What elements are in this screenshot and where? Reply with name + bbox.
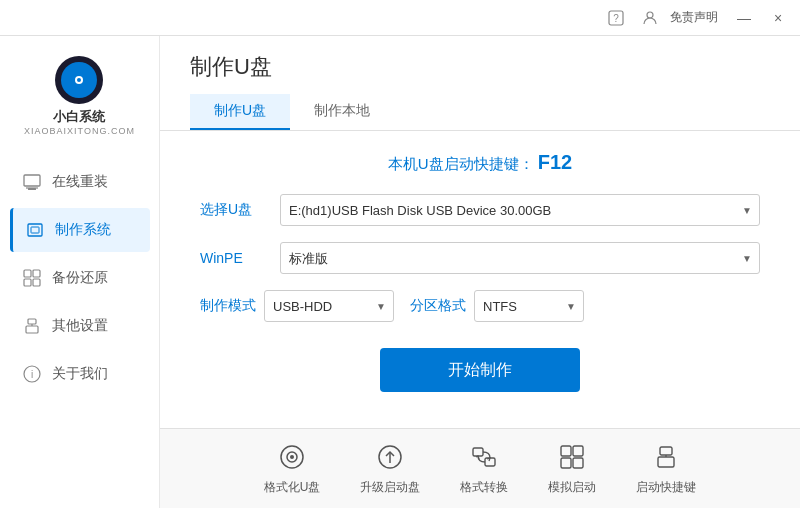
about-icon: i <box>22 364 42 384</box>
logo-sub: XIAOBAIXITONG.COM <box>24 126 135 136</box>
svg-rect-14 <box>33 279 40 286</box>
tab-make-local[interactable]: 制作本地 <box>290 94 394 130</box>
format-usb-label: 格式化U盘 <box>264 479 321 496</box>
format-convert-label: 格式转换 <box>460 479 508 496</box>
svg-rect-25 <box>473 448 483 456</box>
minimize-button[interactable]: — <box>730 4 758 32</box>
tab-bar: 制作U盘 制作本地 <box>190 94 770 130</box>
format-convert-icon <box>468 441 500 473</box>
usb-select-wrapper: E:(hd1)USB Flash Disk USB Device 30.00GB… <box>280 194 760 226</box>
winpe-select[interactable]: 标准版 <box>280 242 760 274</box>
main-container: 小白系统 XIAOBAIXITONG.COM 在线重装 制作系统 <box>0 36 800 508</box>
sidebar-label-other-settings: 其他设置 <box>52 317 108 335</box>
tab-make-usb[interactable]: 制作U盘 <box>190 94 290 130</box>
winpe-select-wrapper: 标准版 ▼ <box>280 242 760 274</box>
mode-label: 制作模式 <box>200 297 256 315</box>
backup-restore-icon <box>22 268 42 288</box>
page-title: 制作U盘 <box>190 52 770 82</box>
tool-shortcut-key[interactable]: 启动快捷键 <box>636 441 696 496</box>
tool-format-convert[interactable]: 格式转换 <box>460 441 508 496</box>
partition-group: 分区格式 NTFS ▼ <box>410 290 584 322</box>
logo-text: 小白系统 <box>53 108 105 126</box>
sidebar-item-make-system[interactable]: 制作系统 <box>10 208 150 252</box>
svg-point-5 <box>77 78 81 82</box>
svg-point-22 <box>290 455 294 459</box>
page-header: 制作U盘 制作U盘 制作本地 <box>160 36 800 131</box>
sidebar-item-backup-restore[interactable]: 备份还原 <box>10 256 150 300</box>
usb-select[interactable]: E:(hd1)USB Flash Disk USB Device 30.00GB <box>280 194 760 226</box>
usb-select-row: 选择U盘 E:(hd1)USB Flash Disk USB Device 30… <box>200 194 760 226</box>
content-area: 制作U盘 制作U盘 制作本地 本机U盘启动快捷键： F12 选择U盘 E:(hd… <box>160 36 800 508</box>
svg-rect-32 <box>658 457 674 467</box>
other-settings-icon <box>22 316 42 336</box>
format-usb-icon <box>276 441 308 473</box>
svg-rect-28 <box>573 446 583 456</box>
svg-rect-30 <box>573 458 583 468</box>
simulate-boot-icon <box>556 441 588 473</box>
svg-rect-13 <box>24 279 31 286</box>
logo-icon <box>55 56 103 104</box>
svg-rect-31 <box>660 447 672 455</box>
form-area: 本机U盘启动快捷键： F12 选择U盘 E:(hd1)USB Flash Dis… <box>160 131 800 428</box>
free-label[interactable]: 免责声明 <box>670 9 718 26</box>
shortcut-key: F12 <box>538 151 572 173</box>
sidebar-item-reinstall[interactable]: 在线重装 <box>10 160 150 204</box>
sidebar-label-make-system: 制作系统 <box>55 221 111 239</box>
winpe-label: WinPE <box>200 250 280 266</box>
reinstall-icon <box>22 172 42 192</box>
svg-rect-15 <box>28 319 36 324</box>
logo-area: 小白系统 XIAOBAIXITONG.COM <box>24 56 135 136</box>
sidebar-item-other-settings[interactable]: 其他设置 <box>10 304 150 348</box>
mode-row: 制作模式 USB-HDD ▼ 分区格式 NTFS ▼ <box>200 290 760 322</box>
help-icon[interactable]: ? <box>602 4 630 32</box>
svg-text:?: ? <box>613 13 619 24</box>
svg-rect-16 <box>26 326 38 333</box>
sidebar-label-about: 关于我们 <box>52 365 108 383</box>
sidebar-label-reinstall: 在线重装 <box>52 173 108 191</box>
usb-label: 选择U盘 <box>200 201 280 219</box>
tool-upgrade-boot[interactable]: 升级启动盘 <box>360 441 420 496</box>
sidebar-label-backup-restore: 备份还原 <box>52 269 108 287</box>
svg-rect-27 <box>561 446 571 456</box>
shortcut-key-icon <box>650 441 682 473</box>
svg-rect-12 <box>33 270 40 277</box>
titlebar: ? 免责声明 — × <box>0 0 800 36</box>
titlebar-actions: ? 免责声明 — × <box>602 4 792 32</box>
svg-rect-10 <box>31 227 39 233</box>
mode-group: 制作模式 USB-HDD ▼ <box>200 290 394 322</box>
upgrade-boot-label: 升级启动盘 <box>360 479 420 496</box>
shortcut-hint-text: 本机U盘启动快捷键： <box>388 155 534 172</box>
partition-select[interactable]: NTFS <box>474 290 584 322</box>
partition-select-wrapper: NTFS ▼ <box>474 290 584 322</box>
sidebar: 小白系统 XIAOBAIXITONG.COM 在线重装 制作系统 <box>0 36 160 508</box>
winpe-select-row: WinPE 标准版 ▼ <box>200 242 760 274</box>
svg-text:i: i <box>30 369 32 380</box>
close-button[interactable]: × <box>764 4 792 32</box>
tool-simulate-boot[interactable]: 模拟启动 <box>548 441 596 496</box>
mode-select[interactable]: USB-HDD <box>264 290 394 322</box>
svg-rect-11 <box>24 270 31 277</box>
make-system-icon <box>25 220 45 240</box>
svg-rect-9 <box>28 224 42 236</box>
partition-label: 分区格式 <box>410 297 466 315</box>
shortcut-key-label: 启动快捷键 <box>636 479 696 496</box>
upgrade-boot-icon <box>374 441 406 473</box>
shortcut-hint: 本机U盘启动快捷键： F12 <box>200 151 760 174</box>
tool-format-usb[interactable]: 格式化U盘 <box>264 441 321 496</box>
svg-point-2 <box>647 12 653 18</box>
bottom-toolbar: 格式化U盘 升级启动盘 <box>160 428 800 508</box>
simulate-boot-label: 模拟启动 <box>548 479 596 496</box>
start-button[interactable]: 开始制作 <box>380 348 580 392</box>
svg-rect-29 <box>561 458 571 468</box>
mode-select-wrapper: USB-HDD ▼ <box>264 290 394 322</box>
svg-rect-6 <box>24 175 40 186</box>
user-icon[interactable] <box>636 4 664 32</box>
sidebar-item-about[interactable]: i 关于我们 <box>10 352 150 396</box>
